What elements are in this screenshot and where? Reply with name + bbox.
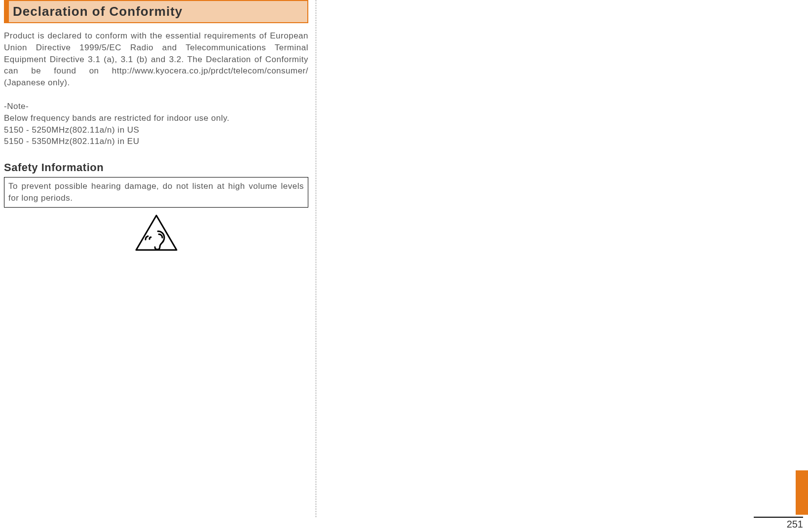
page-container: Declaration of Conformity Product is dec…	[0, 0, 808, 532]
safety-warning-text: To prevent possible hearing damage, do n…	[8, 181, 304, 203]
note-line-1: Below frequency bands are restricted for…	[4, 112, 308, 124]
section-title: Declaration of Conformity	[13, 4, 183, 19]
right-column: 251	[316, 0, 808, 532]
hearing-icon-container	[4, 213, 308, 254]
hearing-damage-icon	[134, 213, 179, 252]
side-tab	[796, 470, 808, 515]
safety-warning-box: To prevent possible hearing damage, do n…	[4, 177, 308, 208]
note-line-3: 5150 - 5350MHz(802.11a/n) in EU	[4, 136, 308, 147]
safety-heading: Safety Information	[4, 161, 308, 174]
left-column: Declaration of Conformity Product is dec…	[0, 0, 316, 532]
section-header: Declaration of Conformity	[4, 0, 308, 23]
note-label: -Note-	[4, 101, 308, 112]
conformity-paragraph: Product is declared to conform with the …	[4, 30, 308, 89]
page-number: 251	[754, 517, 803, 530]
note-block: -Note- Below frequency bands are restric…	[4, 101, 308, 147]
note-line-2: 5150 - 5250MHz(802.11a/n) in US	[4, 124, 308, 136]
